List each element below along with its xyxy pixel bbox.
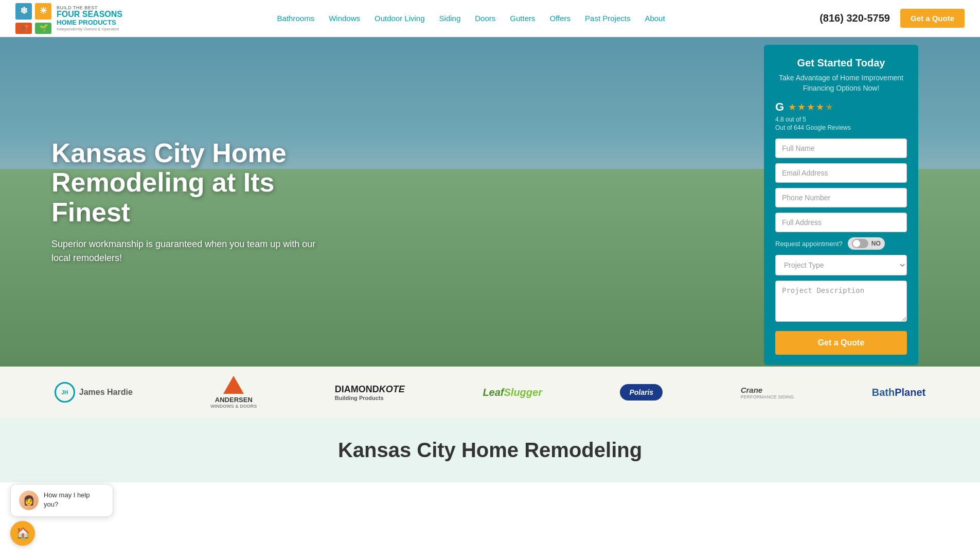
hero-subtitle: Superior workmanship is guaranteed when … — [51, 237, 319, 265]
project-description-textarea[interactable] — [775, 281, 907, 322]
address-input[interactable] — [775, 213, 907, 232]
brand-diamond-kote: DIAMONDKOTE Building Products — [335, 377, 405, 408]
review-count: Out of 644 Google Reviews — [775, 124, 907, 131]
brand-andersen: ANDERSEN WINDOWS & DOORS — [210, 377, 257, 408]
star-4: ★ — [816, 101, 824, 113]
brand-diamond-kote-sub: Building Products — [335, 395, 405, 401]
brand-andersen-label: ANDERSEN — [215, 396, 253, 404]
logo-brand2: HOME PRODUCTS — [57, 19, 122, 27]
nav-offers[interactable]: Offers — [549, 14, 571, 23]
site-header: ❄ ☀ 🍂 🌱 BUILD the BEST FOUR SEASONS HOME… — [0, 0, 980, 37]
star-3: ★ — [807, 101, 815, 113]
header-get-quote-button[interactable]: Get a Quote — [900, 9, 965, 28]
brand-james-hardie: JH James Hardie — [55, 377, 133, 408]
brand-bath-planet: BathPlanet — [872, 377, 925, 408]
brand-leaf-slugger-label: LeafSlugger — [483, 387, 542, 398]
brand-crane-sub: PERFORMANCE SIDING — [741, 394, 794, 399]
quote-form-panel: Get Started Today Take Advantage of Home… — [764, 45, 918, 365]
nav-doors[interactable]: Doors — [475, 14, 495, 23]
brand-james-hardie-label: James Hardie — [79, 388, 133, 397]
email-input[interactable] — [775, 163, 907, 183]
appointment-label: Request appointment? — [775, 240, 843, 248]
nav-windows[interactable]: Windows — [329, 14, 360, 23]
logo-indie: Independently Owned & Operated — [57, 27, 122, 32]
phone-number: (816) 320-5759 — [819, 12, 890, 24]
hero-content: Kansas City Home Remodeling at Its Fines… — [0, 138, 360, 265]
svg-text:☀: ☀ — [39, 6, 47, 16]
rating-score: 4.8 out of 5 — [775, 116, 907, 123]
star-2: ★ — [797, 101, 806, 113]
brand-leaf-slugger: LeafSlugger — [483, 377, 542, 408]
project-type-select[interactable]: Project Type Bathrooms Windows Outdoor L… — [775, 255, 907, 275]
nav-siding[interactable]: Siding — [439, 14, 461, 23]
bottom-heading: Kansas City Home Remodeling — [21, 439, 959, 462]
full-name-input[interactable] — [775, 138, 907, 158]
toggle-no-label: NO — [871, 240, 881, 247]
brand-crane: Crane PERFORMANCE SIDING — [741, 377, 794, 408]
logo-brand1: FOUR SEASONS — [57, 10, 122, 19]
star-1: ★ — [788, 101, 796, 113]
svg-text:🌱: 🌱 — [39, 24, 48, 32]
nav-past-projects[interactable]: Past Projects — [585, 14, 630, 23]
brand-diamond-kote-label: DIAMONDKOTE — [335, 384, 405, 395]
brand-polaris-label: Polaris — [629, 388, 653, 396]
nav-outdoor-living[interactable]: Outdoor Living — [375, 14, 425, 23]
brand-bath-planet-label: BathPlanet — [872, 387, 925, 398]
google-g-icon: G — [775, 100, 784, 114]
google-rating: G ★ ★ ★ ★ ★ — [775, 100, 907, 114]
svg-text:🍂: 🍂 — [20, 24, 29, 32]
brands-bar: JH James Hardie ANDERSEN WINDOWS & DOORS… — [0, 367, 980, 418]
star-rating: ★ ★ ★ ★ ★ — [788, 101, 833, 113]
toggle-switch[interactable] — [852, 239, 868, 248]
brand-crane-label: Crane — [741, 386, 763, 394]
logo: ❄ ☀ 🍂 🌱 BUILD the BEST FOUR SEASONS HOME… — [15, 3, 122, 34]
nav-about[interactable]: About — [645, 14, 665, 23]
logo-icon: ❄ ☀ 🍂 🌱 — [15, 3, 51, 34]
bottom-teaser: Kansas City Home Remodeling — [0, 418, 980, 482]
hero-section: Kansas City Home Remodeling at Its Fines… — [0, 37, 980, 367]
brand-polaris: Polaris — [620, 377, 663, 408]
submit-quote-button[interactable]: Get a Quote — [775, 331, 907, 355]
appointment-row: Request appointment? NO — [775, 237, 907, 250]
header-right: (816) 320-5759 Get a Quote — [819, 9, 965, 28]
form-tagline: Take Advantage of Home Improvement Finan… — [775, 73, 907, 93]
phone-input[interactable] — [775, 188, 907, 207]
nav-bathrooms[interactable]: Bathrooms — [277, 14, 315, 23]
star-5-half: ★ — [825, 101, 833, 113]
hero-title: Kansas City Home Remodeling at Its Fines… — [51, 138, 360, 227]
form-heading: Get Started Today — [775, 57, 907, 69]
nav-gutters[interactable]: Gutters — [510, 14, 535, 23]
andersen-triangle-icon — [223, 376, 244, 394]
main-nav: Bathrooms Windows Outdoor Living Siding … — [277, 14, 665, 23]
appointment-toggle[interactable]: NO — [848, 237, 885, 250]
logo-text: BUILD the BEST FOUR SEASONS HOME PRODUCT… — [57, 5, 122, 32]
svg-text:❄: ❄ — [20, 6, 28, 16]
